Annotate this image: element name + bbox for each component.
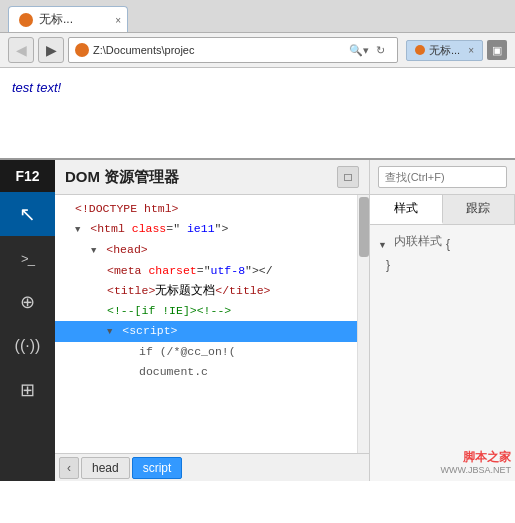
dom-explorer-panel: DOM 资源管理器 □ <!DOCTYPE html> <html class=… [55,160,370,481]
html-open-tag: <html [90,222,131,235]
tab-label: 无标... [39,11,73,28]
breadcrumb-script[interactable]: script [132,457,183,479]
open-brace: { [446,237,450,251]
network-icon: ⊕ [20,291,35,313]
dom-maximize-button[interactable]: □ [337,166,359,188]
trace-tab-label: 跟踪 [466,201,490,215]
right-tabs: 样式 跟踪 [370,195,515,225]
dom-line-head[interactable]: <head> [55,240,369,261]
dom-scrollbar[interactable] [357,195,369,453]
right-tab-close[interactable]: × [468,45,474,56]
nav-extra: 无标... × ▣ [406,40,507,61]
dom-explorer-icon[interactable]: ↖ [0,192,55,236]
breadcrumb-head[interactable]: head [81,457,130,479]
dom-breadcrumb: ‹ head script [55,453,369,481]
inline-style-label: 内联样式 [394,233,442,250]
styles-content: 内联样式 { } [370,225,515,481]
address-actions: 🔍▾ ↻ [349,40,391,60]
right-tab-favicon [415,45,425,55]
dom-line-js1: if (/*@cc_on!( [55,342,369,362]
html-triangle[interactable] [75,222,80,235]
tab-bar: 无标... × [0,0,515,33]
tab-close-button[interactable]: × [115,14,121,25]
dom-header: DOM 资源管理器 □ [55,160,369,195]
dom-scrollbar-thumb[interactable] [359,197,369,257]
head-triangle[interactable] [91,243,96,256]
watermark-main: 脚本之家 [441,450,512,466]
page-content: test text! [0,68,515,158]
devtools-sidebar: F12 ↖ >_ ⊕ ((·)) ⊞ [0,160,55,481]
search-dropdown-icon[interactable]: 🔍▾ [349,40,369,60]
dom-tree[interactable]: <!DOCTYPE html> <html class=" ie11"> <he… [55,195,369,453]
address-text: Z:\Documents\projec [93,44,345,56]
right-tab-label: 无标... [429,43,460,58]
f12-label: F12 [0,160,55,192]
dom-line-comment: <!--[if !IE]><!--> [55,301,369,321]
dom-line-meta: <meta charset="utf-8"></ [55,261,369,281]
devtools-panel: F12 ↖ >_ ⊕ ((·)) ⊞ DOM 资源管理器 □ <!DOCTYPE… [0,158,515,481]
layout-icon: ⊞ [20,379,35,401]
style-close-brace: } [386,258,507,272]
breadcrumb-back-button[interactable]: ‹ [59,457,79,479]
html-class-val: ie11 [180,222,215,235]
terminal-icon: >_ [21,251,34,266]
script-triangle[interactable] [107,324,112,337]
wifi-icon-btn[interactable]: ((·)) [0,324,55,368]
pin-icon: ▣ [492,44,502,57]
browser-window: 无标... × ◀ ▶ Z:\Documents\projec 🔍▾ ↻ 无标.… [0,0,515,68]
address-bar[interactable]: Z:\Documents\projec 🔍▾ ↻ [68,37,398,63]
tab-favicon [19,13,33,27]
head-tag: <head> [106,243,147,256]
cursor-icon: ↖ [19,202,36,226]
breadcrumb-script-label: script [143,461,172,475]
dom-line-html[interactable]: <html class=" ie11"> [55,219,369,240]
pin-button[interactable]: ▣ [487,40,507,60]
watermark-sub: WWW.JBSA.NET [441,465,512,477]
nav-bar: ◀ ▶ Z:\Documents\projec 🔍▾ ↻ 无标... × ▣ [0,33,515,68]
right-tab[interactable]: 无标... × [406,40,483,61]
styles-tab-label: 样式 [394,201,418,215]
dom-panel-title: DOM 资源管理器 [65,168,179,187]
network-icon-btn[interactable]: ⊕ [0,280,55,324]
tab-styles[interactable]: 样式 [370,195,443,224]
test-text: test text! [12,80,61,95]
back-icon: ◀ [16,42,27,58]
maximize-icon: □ [344,170,351,184]
style-section-triangle[interactable] [378,237,387,251]
dom-line-doctype: <!DOCTYPE html> [55,199,369,219]
active-tab[interactable]: 无标... × [8,6,128,32]
search-area [370,160,515,195]
console-icon-btn[interactable]: >_ [0,236,55,280]
breadcrumb-head-label: head [92,461,119,475]
html-class-attr: class [132,222,167,235]
forward-icon: ▶ [46,42,57,58]
back-button[interactable]: ◀ [8,37,34,63]
layout-icon-btn[interactable]: ⊞ [0,368,55,412]
forward-button[interactable]: ▶ [38,37,64,63]
search-input[interactable] [378,166,507,188]
tab-trace[interactable]: 跟踪 [443,195,516,224]
dom-line-title: <title>无标题文档</title> [55,281,369,301]
styles-panel: 样式 跟踪 内联样式 { } 脚本之家 WWW.JBSA.NET [370,160,515,481]
dom-line-script[interactable]: <script> [55,321,369,342]
doctype-tag: <!DOCTYPE html> [75,202,179,215]
address-favicon [75,43,89,57]
watermark: 脚本之家 WWW.JBSA.NET [441,450,512,477]
dom-line-js2: document.c [55,362,369,382]
wifi-icon: ((·)) [15,337,41,355]
refresh-button[interactable]: ↻ [371,40,391,60]
